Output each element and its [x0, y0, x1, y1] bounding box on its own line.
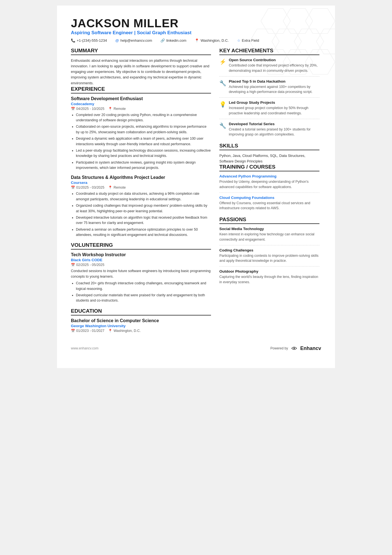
job-dates-2: 📅 01/2025 - 03/2025 — [71, 186, 104, 189]
header: JACKSON MILLER Aspiring Software Enginee… — [71, 17, 321, 43]
achievement-3: 💡 Led Group Study Projects Increased gro… — [219, 100, 319, 119]
achievement-title-2: Placed Top 5 in Data Hackathon — [229, 79, 319, 83]
training-item-2: Cloud Computing Foundations Offered by C… — [219, 196, 319, 214]
job-title-2: Data Structures & Algorithms Project Lea… — [71, 175, 211, 180]
achievement-icon-1: ⚡ — [219, 58, 226, 73]
loc-icon-edu: 📍 — [108, 329, 112, 333]
job-block-1: Software Development Enthusiast Codecade… — [71, 96, 211, 171]
achievement-icon-3: 💡 — [219, 101, 226, 116]
passions-title: PASSIONS — [219, 216, 319, 224]
education-title: EDUCATION — [71, 308, 211, 315]
passion-item-3: Outdoor Photography Capturing the world'… — [219, 269, 319, 288]
vol-bullets-1: Coached 20+ girls through interactive co… — [76, 281, 211, 304]
skills-title: SKILLS — [219, 143, 319, 150]
bullet-2-1: Coordinated a study project on data stru… — [76, 191, 211, 202]
vol-bullet-1-2: Developed curricular materials that were… — [76, 293, 211, 304]
achievements-title: KEY ACHIEVEMENTS — [219, 48, 319, 55]
email-icon: @ — [115, 38, 119, 43]
training-desc-2: Offered by Coursera, covering essential … — [219, 201, 319, 211]
resume-container: JACKSON MILLER Aspiring Software Enginee… — [57, 6, 335, 368]
phone-icon: 📞 — [71, 38, 75, 43]
bullet-1-2: Collaborated on open-source projects, en… — [76, 124, 211, 135]
job-meta-1: 📅 04/2025 - 10/2025 📍 Remote — [71, 107, 211, 111]
contact-row: 📞 +1-(234)-555-1234 @ help@enhancv.com 🔗… — [71, 38, 321, 43]
job-title-1: Software Development Enthusiast — [71, 96, 211, 101]
training-name-2: Cloud Computing Foundations — [219, 196, 319, 200]
left-column: SUMMARY Enthusiastic about enhancing soc… — [71, 48, 211, 337]
phone-item: 📞 +1-(234)-555-1234 — [71, 38, 107, 43]
summary-section: SUMMARY Enthusiastic about enhancing soc… — [71, 48, 211, 86]
job-dates-1: 📅 04/2025 - 10/2025 — [71, 107, 104, 111]
powered-by-text: Powered by — [271, 346, 288, 350]
training-section: TRAINING / COURSES Advanced Python Progr… — [219, 164, 319, 214]
edu-dates-1: 📅 01/2023 - 01/2027 — [71, 329, 104, 333]
skills-text: Python, Java, Cloud Platforms, SQL, Data… — [219, 153, 319, 164]
skills-section: SKILLS Python, Java, Cloud Platforms, SQ… — [219, 143, 319, 164]
org-name-1: Codecademy — [71, 102, 211, 106]
footer: www.enhancv.com Powered by Enhancv — [71, 346, 321, 351]
vol-bullet-1-1: Coached 20+ girls through interactive co… — [76, 281, 211, 292]
volunteering-section: VOLUNTEERING Tech Workshop Instructor Bl… — [71, 242, 211, 303]
vol-meta-1: 📅 02/2025 - 05/2025 — [71, 263, 211, 267]
training-title: TRAINING / COURSES — [219, 164, 319, 171]
bullet-2-2: Organized coding challenges that improve… — [76, 203, 211, 214]
calendar-icon-2: 📅 — [71, 186, 75, 189]
right-column: KEY ACHIEVEMENTS ⚡ Open Source Contribut… — [219, 48, 319, 337]
location-icon: 📍 — [195, 38, 199, 43]
summary-text: Enthusiastic about enhancing social inte… — [71, 58, 211, 86]
job-location-1: 📍 Remote — [108, 107, 126, 111]
edu-block-1: Bachelor of Science in Computer Science … — [71, 318, 211, 333]
brand-name: Enhancv — [300, 346, 321, 351]
linkedin-item: 🔗 linkedin.com — [160, 38, 186, 43]
achievement-desc-2: Achieved top placement against 100+ comp… — [229, 84, 319, 95]
loc-icon-1: 📍 — [108, 107, 112, 111]
achievement-1: ⚡ Open Source Contribution Contributed c… — [219, 58, 319, 77]
loc-icon-2: 📍 — [108, 186, 112, 189]
bullet-1-5: Participated in system architecture revi… — [76, 160, 211, 171]
footer-brand: Powered by Enhancv — [271, 346, 321, 351]
achievement-icon-2: 🔧 — [219, 80, 226, 95]
passions-section: PASSIONS Social Media Technology Keen in… — [219, 216, 319, 288]
edu-degree-1: Bachelor of Science in Computer Science — [71, 318, 211, 323]
job-meta-2: 📅 01/2025 - 03/2025 📍 Remote — [71, 186, 211, 189]
achievement-desc-4: Created a tutorial series praised by 100… — [229, 127, 319, 137]
bullet-2-3: Developed interactive tutorials on algor… — [76, 215, 211, 226]
vol-org-1: Black Girls CODE — [71, 258, 211, 262]
location-item: 📍 Washington, D.C. — [195, 38, 229, 43]
org-name-2: Coursera — [71, 181, 211, 185]
calendar-icon-1: 📅 — [71, 107, 75, 111]
passion-desc-1: Keen interest in exploring how technolog… — [219, 232, 319, 242]
full-name: JACKSON MILLER — [71, 17, 321, 30]
training-item-1: Advanced Python Programming Provided by … — [219, 174, 319, 193]
vol-title-1: Tech Workshop Instructor — [71, 252, 211, 257]
linkedin-text: linkedin.com — [166, 38, 186, 43]
training-name-1: Advanced Python Programming — [219, 174, 319, 178]
passion-item-2: Coding Challenges Participating in codin… — [219, 248, 319, 267]
job-location-2: 📍 Remote — [108, 186, 126, 189]
passion-item-1: Social Media Technology Keen interest in… — [219, 227, 319, 245]
bullet-1-3: Designed a dynamic web application with … — [76, 136, 211, 147]
location-text: Washington, D.C. — [200, 38, 229, 43]
achievement-desc-3: Increased group project completion by 50… — [229, 105, 319, 116]
job-bullets-2: Coordinated a study project on data stru… — [76, 191, 211, 238]
bullet-1-4: Led a peer-study group facilitating tech… — [76, 148, 211, 159]
achievement-4: 🔧 Developed Tutorial Series Created a tu… — [219, 122, 319, 140]
extra-field-text: Extra Field — [242, 38, 259, 43]
job-bullets-1: Completed over 20 coding projects using … — [76, 112, 211, 171]
edu-school-1: George Washington University — [71, 324, 211, 328]
achievements-section: KEY ACHIEVEMENTS ⚡ Open Source Contribut… — [219, 48, 319, 140]
footer-website: www.enhancv.com — [71, 346, 98, 350]
passion-name-1: Social Media Technology — [219, 227, 319, 231]
subtitle: Aspiring Software Engineer | Social Grap… — [71, 30, 321, 36]
link-icon: 🔗 — [160, 38, 165, 43]
job-block-2: Data Structures & Algorithms Project Lea… — [71, 175, 211, 238]
passion-desc-2: Participating in coding contests to impr… — [219, 253, 319, 264]
passion-name-3: Outdoor Photography — [219, 269, 319, 273]
volunteering-title: VOLUNTEERING — [71, 242, 211, 250]
bullet-2-4: Delivered a seminar on software performa… — [76, 227, 211, 238]
vol-dates-1: 📅 02/2025 - 05/2025 — [71, 263, 104, 267]
achievement-icon-4: 🔧 — [219, 122, 226, 137]
edu-loc-1: 📍 Washington, D.C. — [108, 329, 141, 333]
achievement-desc-1: Contributed code that improved project e… — [229, 63, 319, 73]
bullet-1-1: Completed over 20 coding projects using … — [76, 112, 211, 123]
